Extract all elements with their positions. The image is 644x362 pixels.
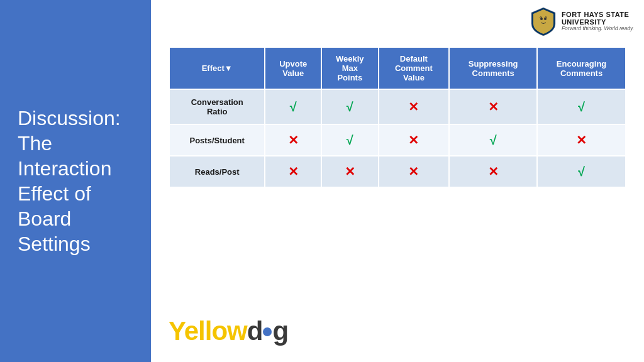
cell-default: ✕ — [379, 89, 450, 124]
check-icon: √ — [290, 100, 297, 114]
university-name-block: FORT HAYS STATE UNIVERSITY Forward think… — [562, 11, 634, 32]
cell-upvote: ✕ — [265, 156, 321, 187]
check-icon: √ — [578, 100, 585, 114]
cell-upvote: ✕ — [265, 124, 321, 156]
svg-point-0 — [538, 14, 549, 26]
cell-suppressing: √ — [449, 124, 537, 156]
cross-icon: ✕ — [488, 165, 499, 178]
yellowdig-brand: Yellowdg — [169, 318, 288, 344]
col-header-weekly: WeeklyMaxPoints — [321, 47, 378, 89]
cross-icon: ✕ — [408, 165, 419, 178]
effect-label: Reads/Post — [169, 156, 265, 187]
effect-label: Posts/Student — [169, 124, 265, 156]
check-icon: √ — [347, 100, 353, 114]
cross-icon: ✕ — [345, 165, 355, 178]
col-header-default: DefaultCommentValue — [379, 47, 450, 89]
cell-weekly: ✕ — [321, 156, 378, 187]
col-header-upvote: UpvoteValue — [265, 47, 321, 89]
cross-icon: ✕ — [288, 133, 299, 147]
cell-encouraging: √ — [537, 89, 626, 124]
cell-weekly: √ — [321, 89, 378, 124]
cross-icon: ✕ — [488, 100, 499, 114]
university-tagline: Forward thinking. World ready. — [562, 26, 634, 31]
shield-icon — [530, 6, 557, 36]
brand-dig: dg — [247, 316, 288, 346]
cell-suppressing: ✕ — [449, 156, 537, 187]
comparison-table-wrap: Effect▼ UpvoteValue WeeklyMaxPoints Defa… — [169, 47, 626, 349]
cross-icon: ✕ — [408, 100, 419, 114]
cell-default: ✕ — [379, 156, 450, 187]
cell-suppressing: ✕ — [449, 89, 537, 124]
check-icon: √ — [578, 165, 585, 178]
table-row: ConversationRatio √ √ ✕ ✕ √ — [169, 89, 626, 124]
cell-default: ✕ — [379, 124, 450, 156]
effect-label: ConversationRatio — [169, 89, 265, 124]
cross-icon: ✕ — [576, 133, 587, 147]
cell-encouraging: ✕ — [537, 124, 626, 156]
col-header-effect: Effect▼ — [169, 47, 265, 89]
check-icon: √ — [490, 133, 497, 147]
cross-icon: ✕ — [288, 165, 299, 178]
cell-encouraging: √ — [537, 156, 626, 187]
check-icon: √ — [347, 133, 353, 147]
brand-dot — [263, 327, 272, 336]
cross-icon: ✕ — [408, 133, 419, 147]
comparison-table: Effect▼ UpvoteValue WeeklyMaxPoints Defa… — [169, 47, 626, 188]
cell-weekly: √ — [321, 124, 378, 156]
sidebar: Discussion:TheInteractionEffect ofBoardS… — [0, 0, 151, 362]
col-header-suppressing: SuppressingComments — [449, 47, 537, 89]
table-row: Posts/Student ✕ √ ✕ √ ✕ — [169, 124, 626, 156]
university-logo: FORT HAYS STATE UNIVERSITY Forward think… — [530, 6, 634, 36]
svg-point-1 — [540, 18, 543, 20]
cell-upvote: √ — [265, 89, 321, 124]
brand-yellow: Yellow — [169, 316, 247, 346]
main-content: FORT HAYS STATE UNIVERSITY Forward think… — [151, 0, 644, 362]
university-name-line1: FORT HAYS STATE — [562, 11, 634, 18]
table-row: Reads/Post ✕ ✕ ✕ ✕ √ — [169, 156, 626, 187]
col-header-encouraging: EncouragingComments — [537, 47, 626, 89]
sidebar-title: Discussion:TheInteractionEffect ofBoardS… — [18, 106, 121, 256]
svg-point-2 — [544, 18, 547, 20]
